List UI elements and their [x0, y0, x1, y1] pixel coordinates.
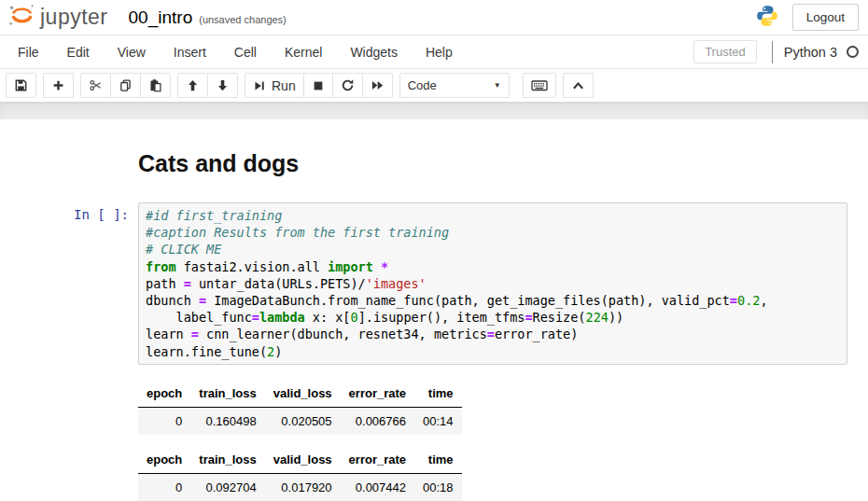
restart-run-all-icon [371, 78, 385, 92]
menu-item-edit[interactable]: Edit [53, 36, 104, 68]
code-line: #caption Results from the first training [146, 224, 840, 241]
table-cell: 0.007442 [341, 473, 414, 501]
table-cell: 0.160498 [190, 407, 264, 435]
save-status: (unsaved changes) [199, 14, 287, 25]
column-header-epoch: epoch [138, 446, 190, 474]
run-button-label: Run [272, 78, 296, 93]
code-line: path = untar_data(URLs.PETS)/'images' [146, 275, 840, 292]
restart-kernel-button[interactable] [332, 73, 363, 98]
logout-button[interactable]: Logout [792, 4, 859, 31]
celltype-caret-icon: ▼ [494, 81, 501, 90]
stop-icon [312, 79, 325, 92]
run-icon [253, 79, 266, 92]
table-cell: 0.006766 [341, 407, 414, 435]
column-header-epoch: epoch [138, 380, 190, 408]
jupyter-logo-icon [7, 2, 35, 34]
column-header-time: time [414, 446, 462, 474]
menu-item-file[interactable]: File [4, 36, 53, 68]
code-cell[interactable]: In [ ]: #id first_training#caption Resul… [7, 202, 868, 365]
column-header-train_loss: train_loss [190, 380, 264, 408]
column-header-error_rate: error_rate [341, 380, 414, 408]
restart-run-all-button[interactable] [362, 73, 393, 98]
add-cell-icon [51, 78, 65, 92]
code-line: learn = cnn_learner(dbunch, resnet34, me… [146, 326, 840, 342]
toolbar: Run Code ▼ [0, 69, 868, 102]
keyboard-icon [531, 78, 548, 92]
command-palette-button[interactable] [523, 73, 556, 98]
caret-up-icon [571, 79, 585, 91]
training-results-table: epochtrain_lossvalid_losserror_ratetime0… [138, 446, 462, 501]
cut-cell-button[interactable] [80, 73, 111, 98]
code-line: from fastai2.vision.all import * [146, 258, 840, 275]
paste-cell-button[interactable] [140, 73, 171, 98]
header: jupyter 00_intro (unsaved changes) Logou… [0, 0, 868, 35]
code-line: dbunch = ImageDataBunch.from_name_func(p… [146, 292, 840, 309]
table-row: 00.0927040.0179200.00744200:18 [138, 473, 462, 501]
trusted-button[interactable]: Trusted [693, 40, 757, 63]
markdown-cell[interactable]: Cats and dogs [7, 150, 868, 177]
table-cell: 0.020505 [265, 407, 341, 435]
page-background-band [0, 102, 868, 119]
kernel-name: Python 3 [784, 45, 837, 60]
code-editor[interactable]: #id first_training#caption Results from … [146, 207, 840, 360]
column-header-valid_loss: valid_loss [265, 446, 341, 474]
column-header-valid_loss: valid_loss [265, 380, 341, 408]
menu-item-cell[interactable]: Cell [220, 36, 271, 68]
jupyter-logo-text: jupyter [40, 5, 108, 30]
kernel-divider [772, 41, 773, 63]
table-cell: 0.092704 [190, 473, 264, 501]
save-icon [14, 78, 28, 92]
table-cell: 0 [138, 473, 190, 501]
output-area: epochtrain_lossvalid_losserror_ratetime0… [138, 365, 868, 501]
table-cell: 0.017920 [265, 473, 341, 501]
column-header-time: time [414, 380, 462, 408]
move-down-icon [216, 78, 230, 92]
jupyter-logo-link[interactable]: jupyter [7, 2, 108, 34]
training-results-table: epochtrain_lossvalid_losserror_ratetime0… [138, 380, 462, 435]
copy-icon [119, 78, 133, 92]
notebook-title[interactable]: 00_intro [129, 7, 193, 28]
menu-item-help[interactable]: Help [412, 36, 467, 68]
cell-type-value: Code [408, 78, 437, 92]
code-input-area[interactable]: #id first_training#caption Results from … [138, 202, 847, 365]
run-button[interactable]: Run [245, 73, 304, 98]
menu-item-view[interactable]: View [104, 36, 160, 68]
column-header-error_rate: error_rate [341, 446, 414, 474]
menubar-items: FileEditViewInsertCellKernelWidgetsHelp [4, 36, 467, 68]
column-header-train_loss: train_loss [190, 446, 264, 474]
restart-icon [341, 78, 355, 92]
menu-item-insert[interactable]: Insert [160, 36, 220, 68]
input-prompt: In [ ]: [7, 202, 138, 365]
toolbar-caret-up-button[interactable] [563, 73, 594, 98]
kernel-idle-indicator-icon [847, 46, 859, 58]
markdown-heading: Cats and dogs [138, 150, 868, 177]
move-up-icon [186, 78, 200, 92]
code-line: #id first_training [146, 207, 840, 224]
interrupt-kernel-button[interactable] [303, 73, 333, 98]
table-cell: 00:18 [414, 473, 462, 501]
code-line: # CLICK ME [146, 241, 840, 257]
table-cell: 0 [138, 407, 190, 435]
move-cell-up-button[interactable] [177, 73, 208, 98]
notebook-container: Cats and dogs In [ ]: #id first_training… [7, 119, 868, 488]
table-cell: 00:14 [414, 407, 462, 435]
paste-icon [148, 78, 162, 92]
code-line: learn.fine_tune(2) [146, 343, 840, 360]
cut-icon [89, 78, 103, 92]
python-logo-icon [755, 4, 779, 32]
copy-cell-button[interactable] [110, 73, 141, 98]
code-line: label_func=lambda x: x[0].isupper(), ite… [146, 309, 840, 326]
table-row: 00.1604980.0205050.00676600:14 [138, 407, 462, 435]
menu-item-widgets[interactable]: Widgets [336, 36, 412, 68]
cell-type-dropdown[interactable]: Code ▼ [399, 73, 510, 98]
move-cell-down-button[interactable] [207, 73, 238, 98]
add-cell-button[interactable] [43, 73, 74, 98]
save-button[interactable] [6, 73, 36, 98]
menubar: FileEditViewInsertCellKernelWidgetsHelp … [0, 35, 868, 69]
menu-item-kernel[interactable]: Kernel [271, 36, 336, 68]
